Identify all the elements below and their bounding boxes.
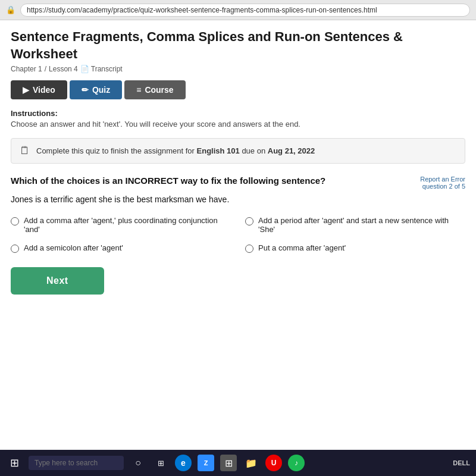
question-text: Which of the choices is an INCORRECT way… xyxy=(11,176,414,186)
page-content: Sentence Fragments, Comma Splices and Ru… xyxy=(0,20,476,450)
report-error-label: Report an Error xyxy=(420,176,465,183)
report-error-link[interactable]: Report an Error question 2 of 5 xyxy=(420,176,465,190)
taskbar: ⊞ ○ ⊞ e Z ⊞ 📁 U ♪ DELL xyxy=(0,450,476,476)
browser-bar: 🔒 https://study.com/academy/practice/qui… xyxy=(0,0,476,20)
transcript-label: Transcript xyxy=(91,65,123,73)
lock-icon: 🔒 xyxy=(6,5,15,14)
taskbar-zoom-icon[interactable]: Z xyxy=(198,455,214,471)
taskbar-search-icon[interactable]: ○ xyxy=(130,455,146,471)
page-title: Sentence Fragments, Comma Splices and Ru… xyxy=(11,20,465,65)
quiz-tab-label: Quiz xyxy=(92,85,110,95)
tab-course[interactable]: ≡ Course xyxy=(124,80,185,99)
tab-bar: ▶ Video ✏ Quiz ≡ Course xyxy=(11,80,465,99)
answers-grid: Add a comma after 'agent,' plus coordina… xyxy=(11,216,465,253)
taskbar-winamp-icon[interactable]: U xyxy=(265,455,282,471)
radio-d[interactable] xyxy=(245,245,253,253)
answer-option-a[interactable]: Add a comma after 'agent,' plus coordina… xyxy=(11,216,231,234)
tab-video[interactable]: ▶ Video xyxy=(11,80,67,99)
next-button[interactable]: Next xyxy=(11,267,104,295)
answer-text-a: Add a comma after 'agent,' plus coordina… xyxy=(24,216,231,234)
url-bar[interactable]: https://study.com/academy/practice/quiz-… xyxy=(20,4,470,17)
assignment-notice: 🗒 Complete this quiz to finish the assig… xyxy=(11,138,465,164)
dell-logo: DELL xyxy=(453,459,470,466)
radio-c[interactable] xyxy=(11,245,19,253)
taskbar-edge-icon[interactable]: e xyxy=(175,455,192,471)
video-tab-label: Video xyxy=(33,85,55,95)
taskbar-search[interactable] xyxy=(29,456,124,470)
transcript-link[interactable]: 📄 Transcript xyxy=(80,65,123,73)
windows-icon[interactable]: ⊞ xyxy=(6,455,23,471)
assignment-middle: due on xyxy=(240,146,268,155)
video-tab-icon: ▶ xyxy=(23,85,29,95)
answer-option-d[interactable]: Put a comma after 'agent' xyxy=(245,243,465,253)
quiz-tab-icon: ✏ xyxy=(82,85,89,95)
question-count: question 2 of 5 xyxy=(420,183,465,190)
assignment-prefix: Complete this quiz to finish the assignm… xyxy=(36,146,197,155)
assignment-text: Complete this quiz to finish the assignm… xyxy=(36,146,315,155)
taskbar-grid-icon[interactable]: ⊞ xyxy=(220,455,237,471)
breadcrumb-lesson: Lesson 4 xyxy=(49,65,78,73)
tab-quiz[interactable]: ✏ Quiz xyxy=(70,80,122,99)
radio-b[interactable] xyxy=(245,217,253,226)
answer-text-b: Add a period after 'agent' and start a n… xyxy=(258,216,465,234)
assignment-course: English 101 xyxy=(197,146,240,155)
question-header: Which of the choices is an INCORRECT way… xyxy=(11,176,465,190)
assignment-icon: 🗒 xyxy=(20,145,30,157)
instructions-label: Instructions: xyxy=(11,109,465,118)
assignment-date: Aug 21, 2022 xyxy=(268,146,315,155)
transcript-icon: 📄 xyxy=(80,65,89,73)
radio-a[interactable] xyxy=(11,217,19,226)
course-tab-label: Course xyxy=(145,85,173,95)
breadcrumb-separator: / xyxy=(45,65,46,73)
taskbar-widget-icon[interactable]: ⊞ xyxy=(152,455,169,471)
breadcrumb-chapter: Chapter 1 xyxy=(11,65,42,73)
taskbar-folder-icon[interactable]: 📁 xyxy=(243,455,259,471)
answer-option-b[interactable]: Add a period after 'agent' and start a n… xyxy=(245,216,465,234)
breadcrumb: Chapter 1 / Lesson 4 📄 Transcript xyxy=(11,65,465,80)
question-sentence: Jones is a terrific agent she is the bes… xyxy=(11,195,465,204)
instructions-text: Choose an answer and hit 'next'. You wil… xyxy=(11,120,465,129)
answer-text-d: Put a comma after 'agent' xyxy=(258,243,346,252)
answer-option-c[interactable]: Add a semicolon after 'agent' xyxy=(11,243,231,253)
taskbar-spotify-icon[interactable]: ♪ xyxy=(288,455,305,471)
course-tab-icon: ≡ xyxy=(136,85,141,95)
answer-text-c: Add a semicolon after 'agent' xyxy=(24,243,123,252)
